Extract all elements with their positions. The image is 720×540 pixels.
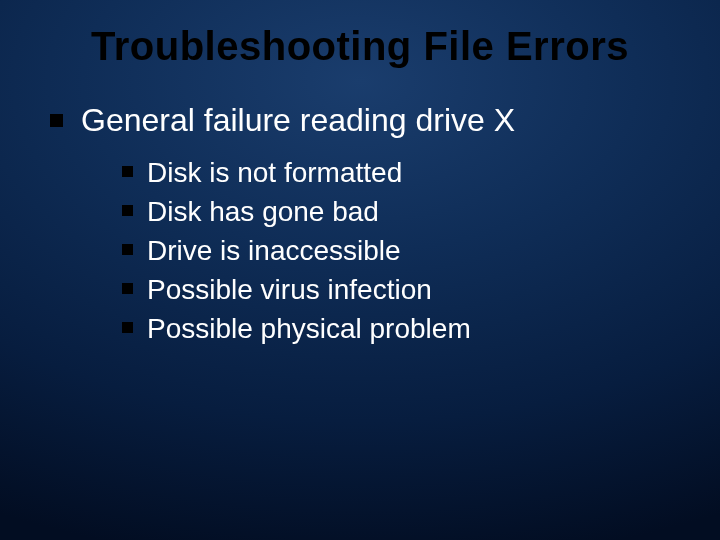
square-bullet-icon [122, 244, 133, 255]
level2-list: Disk is not formatted Disk has gone bad … [122, 155, 680, 346]
square-bullet-icon [122, 322, 133, 333]
presentation-slide: Troubleshooting File Errors General fail… [0, 0, 720, 540]
square-bullet-icon [122, 283, 133, 294]
level1-text: General failure reading drive X [81, 101, 515, 139]
bullet-level2: Possible physical problem [122, 311, 680, 346]
square-bullet-icon [122, 205, 133, 216]
bullet-level1: General failure reading drive X [50, 101, 680, 139]
bullet-level2: Drive is inaccessible [122, 233, 680, 268]
slide-title: Troubleshooting File Errors [40, 24, 680, 69]
square-bullet-icon [50, 114, 63, 127]
level2-text: Possible physical problem [147, 311, 471, 346]
level2-text: Possible virus infection [147, 272, 432, 307]
level2-text: Disk has gone bad [147, 194, 379, 229]
bullet-level2: Disk is not formatted [122, 155, 680, 190]
level2-text: Disk is not formatted [147, 155, 402, 190]
level2-text: Drive is inaccessible [147, 233, 401, 268]
bullet-level2: Possible virus infection [122, 272, 680, 307]
bullet-level2: Disk has gone bad [122, 194, 680, 229]
square-bullet-icon [122, 166, 133, 177]
